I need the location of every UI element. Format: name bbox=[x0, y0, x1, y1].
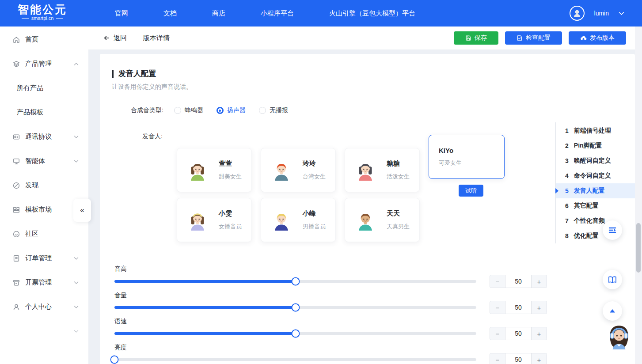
sidebar-item-label: 模板市场 bbox=[25, 205, 52, 214]
stepper-value[interactable]: 50 bbox=[505, 275, 532, 288]
config-card: 发音人配置 让设备用你定义的声音说话。 合成音类型: 蜂鸣器 扬声器 无播报 发… bbox=[100, 54, 635, 364]
anchor-item-4[interactable]: 4命令词自定义 bbox=[556, 168, 635, 183]
slider-thumb[interactable] bbox=[291, 277, 300, 286]
logo[interactable]: 智能公元 smartpi.cn bbox=[18, 3, 67, 21]
sidebar-item-discover[interactable]: 发现 bbox=[0, 173, 88, 197]
nav-volcano-platform[interactable]: 火山引擎（豆包大模型）平台 bbox=[329, 9, 415, 18]
decrease-button[interactable]: − bbox=[490, 327, 505, 340]
toolbar-buttons: 保存 检查配置 发布版本 bbox=[454, 31, 626, 45]
anchor-menu-icon bbox=[608, 225, 617, 235]
arrow-up-icon bbox=[608, 306, 617, 316]
anchor-item-2[interactable]: 2Pin脚配置 bbox=[556, 138, 635, 153]
voice-name: KiYo bbox=[439, 147, 462, 154]
voice-card-kiyo-selected[interactable]: KiYo 可爱女生 bbox=[429, 135, 505, 179]
scrollbar[interactable] bbox=[635, 27, 642, 364]
sidebar-item-agent[interactable]: 智能体 bbox=[0, 149, 88, 173]
anchor-num: 4 bbox=[565, 172, 569, 179]
radio-dot-checked[interactable] bbox=[217, 107, 224, 114]
stepper-value[interactable]: 50 bbox=[505, 353, 532, 364]
increase-button[interactable]: + bbox=[532, 327, 547, 340]
publish-version-button[interactable]: 发布版本 bbox=[569, 31, 626, 45]
radio-dot[interactable] bbox=[259, 107, 266, 114]
sidebar-item-more[interactable] bbox=[0, 319, 88, 343]
speaker-label: 发音人: bbox=[142, 133, 163, 140]
sidebar-item-all-products[interactable]: 所有产品 bbox=[0, 76, 88, 100]
manual-book-button[interactable] bbox=[603, 270, 622, 289]
section-subtitle: 让设备用你定义的声音说话。 bbox=[112, 83, 192, 91]
chevron-down-icon[interactable] bbox=[619, 11, 624, 15]
nav-official-site[interactable]: 官网 bbox=[115, 9, 128, 18]
sidebar-item-home[interactable]: 首页 bbox=[0, 27, 88, 52]
voice-card-xiaofeng[interactable]: 小峰 男播音员 bbox=[261, 198, 336, 242]
anchor-menu-button[interactable] bbox=[603, 220, 622, 240]
voice-name: 天天 bbox=[387, 209, 410, 218]
increase-button[interactable]: + bbox=[532, 275, 547, 288]
user-avatar-icon[interactable] bbox=[570, 6, 585, 21]
assistant-mascot[interactable] bbox=[606, 324, 632, 349]
voice-avatar bbox=[187, 209, 208, 231]
decrease-button[interactable]: − bbox=[490, 353, 505, 364]
slider-track[interactable] bbox=[114, 358, 476, 361]
radio-buzzer[interactable]: 蜂鸣器 bbox=[174, 106, 203, 114]
page-title: 版本详情 bbox=[143, 34, 170, 42]
collapse-sidebar-button[interactable]: « bbox=[73, 199, 91, 222]
stepper-value[interactable]: 50 bbox=[505, 301, 532, 314]
sidebar: 首页 产品管理 所有产品 产品模板 通讯协议 智能体 发现 模板市场 社区 订单… bbox=[0, 27, 88, 364]
increase-button[interactable]: + bbox=[532, 301, 547, 314]
scrollbar-thumb[interactable] bbox=[636, 223, 641, 273]
stepper-value[interactable]: 50 bbox=[505, 327, 532, 340]
decrease-button[interactable]: − bbox=[490, 275, 505, 288]
slider-thumb[interactable] bbox=[110, 356, 119, 364]
radio-speaker[interactable]: 扬声器 bbox=[217, 106, 246, 114]
discover-icon bbox=[12, 182, 20, 190]
listen-button[interactable]: 试听 bbox=[459, 185, 483, 197]
person-icon bbox=[572, 8, 582, 19]
pitch-slider[interactable] bbox=[114, 277, 476, 286]
back-label: 返回 bbox=[114, 34, 127, 42]
user-box[interactable]: lumin bbox=[570, 0, 624, 27]
back-to-top-button[interactable] bbox=[603, 301, 622, 321]
nav-store[interactable]: 商店 bbox=[212, 9, 225, 18]
voice-card-lingling[interactable]: 玲玲 台湾女生 bbox=[261, 148, 336, 192]
sidebar-item-community[interactable]: 社区 bbox=[0, 222, 88, 246]
sidebar-item-product-management[interactable]: 产品管理 bbox=[0, 52, 88, 76]
speed-label: 语速 bbox=[114, 318, 127, 326]
decrease-button[interactable]: − bbox=[490, 301, 505, 314]
voice-card-xiaowen[interactable]: 小雯 女播音员 bbox=[177, 198, 252, 242]
radio-no-broadcast[interactable]: 无播报 bbox=[259, 106, 288, 114]
volume-slider[interactable] bbox=[114, 303, 476, 312]
anchor-item-8[interactable]: 8优化配置 bbox=[556, 228, 635, 243]
template-market-icon bbox=[12, 206, 20, 214]
voice-name: 小峰 bbox=[303, 209, 326, 218]
check-config-button[interactable]: 检查配置 bbox=[505, 31, 562, 45]
sidebar-item-communication-protocol[interactable]: 通讯协议 bbox=[0, 125, 88, 149]
sidebar-item-label: 开票管理 bbox=[25, 278, 52, 287]
anchor-item-1[interactable]: 1前端信号处理 bbox=[556, 123, 635, 138]
nav-docs[interactable]: 文档 bbox=[163, 9, 177, 18]
save-button[interactable]: 保存 bbox=[454, 31, 498, 45]
invoice-icon bbox=[12, 279, 20, 287]
username: lumin bbox=[594, 10, 609, 17]
radio-dot[interactable] bbox=[174, 107, 181, 114]
slider-thumb[interactable] bbox=[291, 303, 300, 312]
voice-card-tiantian[interactable]: 天天 天真男生 bbox=[345, 198, 420, 242]
anchor-item-6[interactable]: 6其它配置 bbox=[556, 198, 635, 213]
anchor-item-7[interactable]: 7个性化音频 bbox=[556, 213, 635, 228]
nav-miniprogram-platform[interactable]: 小程序平台 bbox=[261, 9, 294, 18]
sidebar-item-product-templates[interactable]: 产品模板 bbox=[0, 100, 88, 125]
brightness-slider[interactable] bbox=[114, 355, 476, 364]
voice-card-tangtang[interactable]: 糖糖 活泼女生 bbox=[345, 148, 420, 192]
anchor-item-3[interactable]: 3唤醒词自定义 bbox=[556, 153, 635, 168]
speed-slider[interactable] bbox=[114, 329, 476, 338]
slider-thumb[interactable] bbox=[291, 330, 300, 338]
increase-button[interactable]: + bbox=[532, 353, 547, 364]
anchor-num: 8 bbox=[565, 232, 569, 239]
sidebar-item-label: 产品模板 bbox=[17, 108, 43, 117]
app-header: 智能公元 smartpi.cn 官网 文档 商店 小程序平台 火山引擎（豆包大模… bbox=[0, 0, 642, 27]
sidebar-item-personal-center[interactable]: 个人中心 bbox=[0, 295, 88, 319]
sidebar-item-invoice-management[interactable]: 开票管理 bbox=[0, 270, 88, 295]
sidebar-item-order-management[interactable]: 订单管理 bbox=[0, 246, 88, 270]
back-button[interactable]: 返回 bbox=[103, 34, 127, 42]
anchor-item-5-active[interactable]: 5发音人配置 bbox=[556, 183, 635, 198]
voice-card-xuanxuan[interactable]: 萱萱 甜美女生 bbox=[177, 148, 252, 192]
